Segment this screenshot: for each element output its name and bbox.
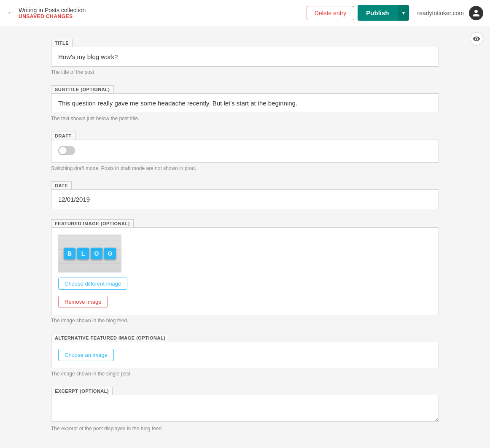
collection-title: Writing in Posts collection (19, 7, 86, 13)
unsaved-label: UNSAVED CHANGES (19, 13, 86, 19)
header: ← Writing in Posts collection UNSAVED CH… (0, 0, 490, 26)
draft-hint: Switching draft mode. Posts in draft mod… (51, 165, 439, 171)
excerpt-field-group: EXCERPT (OPTIONAL) The excerpt of the po… (51, 387, 439, 432)
title-hint: The title of the post (51, 69, 439, 75)
alt-featured-image-label: ALTERNATIVE FEATURED IMAGE (OPTIONAL) (51, 334, 169, 342)
collection-info: Writing in Posts collection UNSAVED CHAN… (19, 7, 86, 19)
subtitle-input[interactable] (51, 93, 439, 113)
subtitle-field-group: SUBTITLE (OPTIONAL) The text shown just … (51, 85, 439, 121)
subtitle-label: SUBTITLE (OPTIONAL) (51, 85, 114, 94)
back-button[interactable]: ← (7, 8, 14, 17)
draft-field-group: DRAFT Switching draft mode. Posts in dra… (51, 132, 439, 171)
date-label: DATE (51, 181, 72, 190)
delete-entry-button[interactable]: Delete entry (307, 6, 354, 20)
title-input[interactable] (51, 47, 439, 67)
featured-image-label: FEATURED IMAGE (OPTIONAL) (51, 219, 134, 228)
remove-image-button[interactable]: Remove image (58, 296, 108, 308)
featured-image-preview: B L O G (58, 235, 121, 273)
publish-dropdown-button[interactable]: ▾ (398, 5, 409, 21)
title-label: TITLE (51, 39, 73, 47)
publish-button[interactable]: Publish (358, 5, 397, 21)
header-left: ← Writing in Posts collection UNSAVED CH… (7, 7, 307, 19)
site-name: readytotinker.com (417, 10, 464, 16)
avatar[interactable] (469, 6, 483, 20)
alt-featured-image-box: Choose an image (51, 342, 439, 368)
alt-featured-image-field-group: ALTERNATIVE FEATURED IMAGE (OPTIONAL) Ch… (51, 334, 439, 377)
date-field-group: DATE (51, 181, 439, 209)
draft-toggle-container (51, 140, 439, 163)
alt-featured-image-hint: The image shown in the single post. (51, 371, 439, 377)
header-right: readytotinker.com (417, 6, 484, 20)
choose-image-button[interactable]: Choose an image (58, 349, 114, 361)
main-scroll-area: TITLE The title of the post SUBTITLE (OP… (0, 26, 490, 448)
title-field-group: TITLE The title of the post (51, 39, 439, 75)
featured-image-field-group: FEATURED IMAGE (OPTIONAL) B L O G (51, 219, 439, 324)
keyboard-image: B L O G (58, 235, 121, 273)
date-input[interactable] (51, 189, 439, 209)
publish-button-group: Publish ▾ (358, 5, 409, 21)
excerpt-input[interactable] (51, 395, 439, 422)
excerpt-hint: The excerpt of the post displayed in the… (51, 426, 439, 432)
featured-image-hint: The image shown in the blog feed. (51, 318, 439, 324)
excerpt-label: EXCERPT (OPTIONAL) (51, 387, 113, 395)
toggle-knob (59, 147, 67, 154)
featured-image-box: B L O G Choose different image Remove im… (51, 227, 439, 315)
choose-different-image-button[interactable]: Choose different image (58, 278, 127, 290)
draft-toggle[interactable] (58, 146, 75, 155)
eye-icon-button[interactable] (470, 32, 483, 46)
content-area: TITLE The title of the post SUBTITLE (OP… (43, 26, 447, 448)
subtitle-hint: The text shown just below the post title… (51, 116, 439, 121)
draft-label: DRAFT (51, 132, 75, 140)
